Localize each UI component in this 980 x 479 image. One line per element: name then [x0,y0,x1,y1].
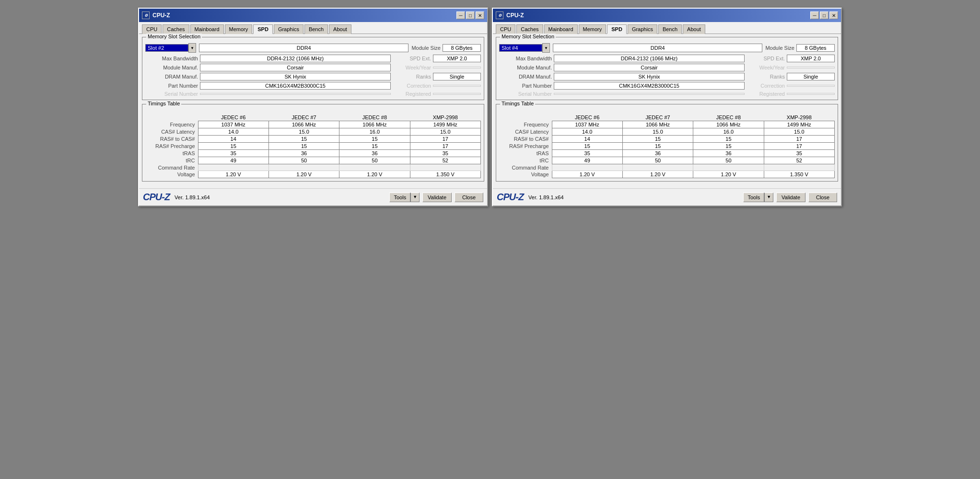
tab-caches[interactable]: Caches [516,24,543,34]
timings-col-1: JEDEC #7 [622,114,693,121]
timings-row: RAS# to CAS#14151517 [145,136,481,143]
module-manuf-label: Module Manuf. [499,65,552,70]
tab-bench[interactable]: Bench [304,24,328,34]
timings-cell-7-2: 1.20 V [339,171,410,178]
timings-cell-5-2: 50 [693,157,764,164]
slot-dropdown-arrow[interactable]: ▼ [188,43,196,53]
timings-row: Frequency1037 MHz1066 MHz1066 MHz1499 MH… [499,121,835,128]
timings-cell-5-3: 52 [764,157,834,164]
tools-dropdown-arrow[interactable]: ▼ [764,193,773,202]
timings-cell-7-0: 1.20 V [552,171,622,178]
tab-graphics[interactable]: Graphics [274,24,303,34]
tab-cpu[interactable]: CPU [496,24,515,34]
module-manuf-value: Corsair [200,64,391,71]
part-number-value: CMK16GX4M2B3000C15 [554,82,745,90]
week-year-value [433,67,481,68]
title-bar-left: ⚙ CPU-Z [142,11,170,19]
slot-value: Slot #2 [148,45,164,51]
timings-row: CAS# Latency14.015.016.015.0 [145,128,481,136]
title-buttons: ─ □ ✕ [456,11,484,19]
timings-label-col [499,114,552,121]
validate-button[interactable]: Validate [776,193,805,202]
timings-cell-1-3: 15.0 [764,128,834,136]
tab-about[interactable]: About [683,24,705,34]
tools-dropdown-arrow[interactable]: ▼ [410,193,420,202]
timings-row-label-2: RAS# to CAS# [499,136,552,143]
timings-col-2: JEDEC #8 [339,114,410,121]
timings-cell-6-1 [268,164,339,171]
minimize-button[interactable]: ─ [810,11,819,19]
tab-spd[interactable]: SPD [253,24,273,34]
week-year-label: Week/Year [393,65,431,70]
registered-label: Registered [747,91,785,97]
title-bar: ⚙ CPU-Z ─ □ ✕ [139,9,487,22]
minimize-button[interactable]: ─ [456,11,465,19]
slot-info-grid: Max Bandwidth DDR4-2132 (1066 MHz) SPD E… [499,55,835,97]
tab-spd[interactable]: SPD [607,24,627,34]
timings-label-col [145,114,198,121]
tools-button[interactable]: Tools [743,193,764,202]
close-button[interactable]: ✕ [476,11,484,19]
slot-info-grid: Max Bandwidth DDR4-2132 (1066 MHz) SPD E… [145,55,481,97]
tab-memory[interactable]: Memory [579,24,607,34]
timings-cell-7-3: 1.350 V [410,171,480,178]
module-size-label: Module Size [765,45,794,51]
registered-label: Registered [393,91,431,97]
timings-cell-2-1: 15 [268,136,339,143]
timings-col-0: JEDEC #6 [552,114,622,121]
slot-select[interactable]: Slot #2 [145,44,188,52]
timings-row: tRAS35363635 [145,150,481,157]
timings-table-label: Timings Table [146,101,181,106]
module-size-label: Module Size [411,45,441,51]
slot-selector[interactable]: Slot #4 ▼ [499,43,550,53]
timings-cell-3-2: 15 [339,143,410,150]
maximize-button[interactable]: □ [820,11,828,19]
tab-caches[interactable]: Caches [163,24,189,34]
timings-cell-0-2: 1066 MHz [339,121,410,128]
spd-ext-value: XMP 2.0 [433,55,481,62]
memory-slot-selection-label: Memory Slot Selection [146,34,202,39]
slot-select[interactable]: Slot #4 [499,44,542,52]
close-button[interactable]: Close [808,193,837,202]
slot-dropdown-arrow[interactable]: ▼ [542,43,550,53]
timings-col-1: JEDEC #7 [268,114,339,121]
timings-cell-3-1: 15 [622,143,693,150]
timings-row: tRAS35363635 [499,150,835,157]
tab-mainboard[interactable]: Mainboard [544,24,578,34]
timings-row: RAS# Precharge15151517 [499,143,835,150]
tab-bench[interactable]: Bench [658,24,682,34]
tab-mainboard[interactable]: Mainboard [190,24,224,34]
cpu-z-window-1: ⚙ CPU-Z ─ □ ✕ CPUCachesMainboardMemorySP… [138,8,488,206]
timings-cell-5-1: 50 [622,157,693,164]
timings-row-label-7: Voltage [145,171,198,178]
tab-graphics[interactable]: Graphics [628,24,657,34]
timings-table-group: Timings TableJEDEC #6JEDEC #7JEDEC #8XMP… [496,104,838,182]
window-title: CPU-Z [506,12,524,19]
validate-button[interactable]: Validate [422,193,452,202]
timings-cell-4-3: 35 [764,150,834,157]
timings-cell-1-2: 16.0 [339,128,410,136]
tab-about[interactable]: About [329,24,351,34]
close-button[interactable]: Close [455,193,483,202]
ranks-value: Single [787,73,835,80]
timings-col-3: XMP-2998 [410,114,480,121]
maximize-button[interactable]: □ [466,11,475,19]
footer-version: Ver. 1.89.1.x64 [175,194,210,200]
memory-slot-selection-group: Memory Slot Selection Slot #2 ▼ DDR4 Mod… [142,37,484,100]
close-button[interactable]: ✕ [829,11,838,19]
tab-cpu[interactable]: CPU [142,24,162,34]
timings-row: RAS# to CAS#14151517 [499,136,835,143]
ddr-type-label: DDR4 [199,44,408,52]
timings-cell-6-2 [339,164,410,171]
slot-selector[interactable]: Slot #2 ▼ [145,43,196,53]
max-bandwidth-label: Max Bandwidth [145,56,198,61]
ranks-label: Ranks [747,74,785,80]
tab-memory[interactable]: Memory [225,24,253,34]
timings-cell-6-1 [622,164,693,171]
footer-version: Ver. 1.89.1.x64 [528,194,563,200]
tools-button[interactable]: Tools [389,193,410,202]
serial-number-label: Serial Number [145,91,198,97]
timings-cell-7-1: 1.20 V [622,171,693,178]
timings-cell-3-0: 15 [552,143,622,150]
timings-cell-7-1: 1.20 V [268,171,339,178]
